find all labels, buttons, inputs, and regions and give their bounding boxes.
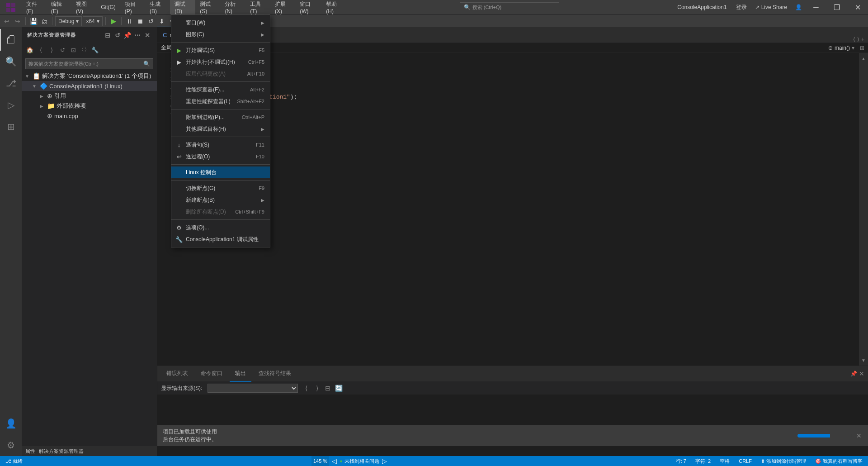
menu-analyze[interactable]: 分析(N) (220, 0, 245, 14)
status-arrow-left[interactable]: ◁ (332, 457, 337, 465)
panel-tab-find-symbols[interactable]: 查找符号结果 (253, 366, 297, 382)
notif-close[interactable]: ✕ (855, 432, 863, 439)
search-input-container[interactable]: 搜索解决方案资源管理器(Ctrl+;) 🔍 (25, 58, 153, 69)
activity-extensions[interactable]: ⊞ (0, 116, 22, 138)
live-share-button[interactable]: ↗ Live Share (750, 2, 792, 12)
menu-item-start-no-debug[interactable]: ▶ 开始执行(不调试)(H) Ctrl+F5 (171, 56, 270, 68)
menu-item-linux-console[interactable]: Linux 控制台 (171, 166, 270, 178)
tb-filter-sidebar[interactable]: 🔧 (90, 45, 99, 54)
tb-start-debug[interactable]: ▶ (108, 16, 118, 26)
menu-item-apply-changes[interactable]: 应用代码更改(A) Alt+F10 (171, 68, 270, 80)
sidebar-refresh[interactable]: ↺ (113, 31, 122, 39)
tree-item-external[interactable]: ▶ 📁 外部依赖项 (22, 101, 157, 111)
menu-tools[interactable]: 工具(T) (245, 0, 270, 14)
platform-select[interactable]: x64 ▾ (83, 16, 102, 26)
tab-scroll-left[interactable]: ⟨ (853, 36, 855, 43)
panel-close[interactable]: ✕ (859, 370, 864, 377)
tab-solution-explorer[interactable]: 解决方案资源管理器 (39, 448, 84, 455)
output-source-select[interactable] (208, 384, 298, 393)
menu-debug[interactable]: 调试(D) (170, 0, 195, 14)
tab-new[interactable]: + (861, 36, 864, 43)
status-line[interactable]: 行: 7 (674, 456, 688, 466)
tb-debug-btn3[interactable]: ↺ (146, 16, 156, 26)
tree-item-solution[interactable]: ▼ 📋 解决方案 'ConsoleApplication1' (1 个项目) (22, 71, 157, 81)
tb-stop[interactable]: ⊡ (69, 45, 78, 54)
debug-config-select[interactable]: Debug ▾ (55, 16, 82, 26)
menu-item-other-targets[interactable]: 其他调试目标(H) ▶ (171, 123, 270, 135)
menu-item-window[interactable]: 窗口(W) ▶ (171, 17, 270, 29)
status-encoding[interactable]: CRLF (737, 456, 754, 466)
status-arrow-right[interactable]: ▷ (382, 457, 387, 465)
tb-new-solution[interactable]: 🏠 (25, 45, 34, 54)
menu-build[interactable]: 生成(B) (145, 0, 170, 14)
menu-help[interactable]: 帮助(H) (321, 0, 347, 14)
activity-settings[interactable]: ⚙ (0, 434, 22, 456)
status-zoom[interactable]: 145 % (311, 456, 329, 466)
tb-debug-btn1[interactable]: ⏸ (124, 16, 134, 26)
menu-item-toggle-bp[interactable]: 切换断点(G) F9 (171, 182, 270, 194)
activity-search[interactable]: 🔍 (0, 51, 22, 72)
sidebar-collapse-all[interactable]: ⊟ (104, 31, 112, 39)
sidebar-more[interactable]: ⋯ (133, 31, 142, 39)
scroll-down[interactable]: ▼ (860, 357, 867, 364)
profile-icon[interactable]: 👤 (792, 4, 806, 10)
menu-item-delete-all-bp[interactable]: 删除所有断点(D) Ctrl+Shift+F9 (171, 206, 270, 218)
menu-view[interactable]: 视图(V) (71, 0, 96, 14)
editor-split-icon[interactable]: ⊞ (860, 45, 864, 51)
right-scrollbar[interactable]: ▲ ▼ (859, 53, 868, 366)
restore-button[interactable]: ❐ (826, 0, 847, 14)
tree-item-main[interactable]: ▶ ⊕ main.cpp (22, 111, 157, 121)
output-btn1[interactable]: ⟨ (302, 385, 311, 392)
menu-item-start-debug[interactable]: ▶ 开始调试(S) F5 (171, 44, 270, 56)
status-col[interactable]: 字符: 2 (693, 456, 712, 466)
sidebar-pin[interactable]: 📌 (123, 31, 132, 39)
login-button[interactable]: 登录 (732, 4, 750, 11)
code-editor[interactable]: \n", "ConsoleApplication1" ); (177, 53, 853, 366)
menu-item-restart-perf[interactable]: 重启性能探查器(L) Shift+Alt+F2 (171, 95, 270, 107)
menu-project[interactable]: 项目(P) (120, 0, 145, 14)
panel-tab-errors[interactable]: 错误列表 (161, 366, 193, 382)
menu-git[interactable]: Git(G) (96, 0, 120, 14)
menu-test[interactable]: 测试(S) (195, 0, 220, 14)
tb-undo[interactable]: ↩ (2, 16, 12, 26)
menu-window[interactable]: 窗口(W) (295, 0, 321, 14)
status-csdn[interactable]: 🎯 我真的石程写博客 (813, 456, 864, 466)
status-git-add[interactable]: ⬆ 添加到源代码管理 (759, 456, 808, 466)
menu-item-options[interactable]: ⚙ 选项(O)... (171, 222, 270, 233)
scroll-up[interactable]: ▲ (860, 55, 867, 62)
activity-debug-run[interactable]: ▷ (0, 94, 22, 116)
sidebar-close[interactable]: ✕ (143, 31, 151, 39)
menu-file[interactable]: 文件(F) (22, 0, 47, 14)
output-btn2[interactable]: ⟩ (312, 385, 321, 392)
menu-item-debug-props[interactable]: 🔧 ConsoleApplication1 调试属性 (171, 233, 270, 245)
tb-debug-btn4[interactable]: ⬇ (157, 16, 167, 26)
output-btn4[interactable]: 🔄 (334, 385, 343, 392)
tree-item-references[interactable]: ▶ ⊕ 引用 (22, 91, 157, 101)
menu-item-graphics[interactable]: 图形(C) ▶ (171, 29, 270, 40)
tb-debug-btn2[interactable]: ⏹ (135, 16, 145, 26)
menu-extensions[interactable]: 扩展(X) (270, 0, 295, 14)
tab-properties[interactable]: 属性 (25, 448, 35, 455)
activity-git[interactable]: ⎇ (0, 72, 22, 94)
status-branch[interactable]: ⎇ 就绪 (4, 456, 24, 466)
tb-forward[interactable]: ⟩ (47, 45, 56, 54)
minimize-button[interactable]: ─ (806, 0, 826, 14)
panel-pin[interactable]: 📌 (850, 371, 857, 377)
panel-tab-output[interactable]: 输出 (230, 366, 251, 382)
tb-redo[interactable]: ↪ (13, 16, 23, 26)
tb-save[interactable]: 💾 (28, 16, 38, 26)
output-btn3[interactable]: ⊟ (323, 385, 332, 392)
close-button[interactable]: ✕ (847, 0, 868, 14)
activity-accounts[interactable]: 👤 (0, 413, 22, 434)
menu-item-new-bp[interactable]: 新建断点(B) ▶ (171, 194, 270, 206)
menu-item-step-over[interactable]: ↩ 逐过程(O) F10 (171, 151, 270, 162)
tb-refresh-sidebar[interactable]: ↺ (58, 45, 67, 54)
tab-scroll-right[interactable]: ⟩ (857, 36, 859, 43)
panel-tab-command[interactable]: 命令窗口 (195, 366, 228, 382)
activity-explorer[interactable] (0, 29, 22, 51)
menu-item-step-into[interactable]: ↓ 逐语句(S) F11 (171, 139, 270, 151)
menu-item-perf-profiler[interactable]: 性能探查器(F)... Alt+F2 (171, 84, 270, 95)
menu-item-attach-process[interactable]: 附加到进程(P)... Ctrl+Alt+P (171, 111, 270, 123)
status-spaces[interactable]: 空格 (718, 456, 731, 466)
tb-code-view[interactable]: 〈〉 (80, 45, 89, 54)
